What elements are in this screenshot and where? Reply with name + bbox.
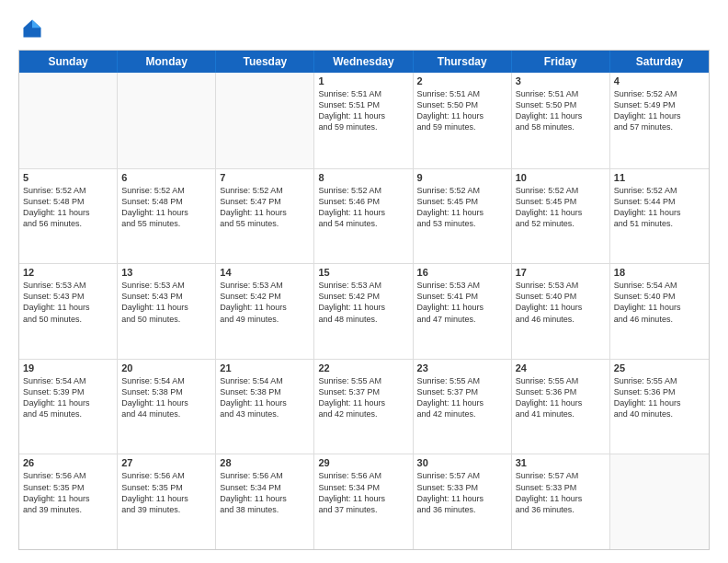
- calendar-cell: [19, 73, 118, 168]
- calendar-cell: 28Sunrise: 5:56 AMSunset: 5:34 PMDayligh…: [216, 454, 314, 549]
- day-number: 21: [220, 362, 310, 373]
- calendar-cell: 5Sunrise: 5:52 AMSunset: 5:48 PMDaylight…: [19, 169, 118, 264]
- cell-info: Sunrise: 5:55 AMSunset: 5:36 PMDaylight:…: [614, 375, 705, 420]
- cell-info: Sunrise: 5:54 AMSunset: 5:39 PMDaylight:…: [23, 375, 113, 420]
- header-day-sunday: Sunday: [19, 51, 118, 73]
- calendar-cell: 19Sunrise: 5:54 AMSunset: 5:39 PMDayligh…: [19, 360, 118, 454]
- calendar-cell: 4Sunrise: 5:52 AMSunset: 5:49 PMDaylight…: [610, 73, 709, 168]
- header-day-thursday: Thursday: [414, 51, 512, 73]
- cell-info: Sunrise: 5:51 AMSunset: 5:51 PMDaylight:…: [318, 88, 408, 133]
- calendar-cell: 13Sunrise: 5:53 AMSunset: 5:43 PMDayligh…: [118, 264, 216, 359]
- cell-info: Sunrise: 5:55 AMSunset: 5:37 PMDaylight:…: [417, 375, 507, 420]
- cell-info: Sunrise: 5:51 AMSunset: 5:50 PMDaylight:…: [516, 88, 606, 133]
- header-day-tuesday: Tuesday: [216, 51, 314, 73]
- day-number: 26: [23, 457, 113, 468]
- day-number: 8: [318, 172, 408, 183]
- calendar-cell: [216, 73, 314, 168]
- day-number: 9: [417, 172, 507, 183]
- day-number: 28: [220, 457, 310, 468]
- calendar-week-1: 1Sunrise: 5:51 AMSunset: 5:51 PMDaylight…: [19, 73, 709, 168]
- calendar-cell: 30Sunrise: 5:57 AMSunset: 5:33 PMDayligh…: [414, 454, 512, 549]
- day-number: 24: [516, 362, 606, 373]
- calendar-cell: 17Sunrise: 5:53 AMSunset: 5:40 PMDayligh…: [512, 264, 610, 359]
- cell-info: Sunrise: 5:52 AMSunset: 5:45 PMDaylight:…: [516, 185, 606, 230]
- cell-info: Sunrise: 5:52 AMSunset: 5:49 PMDaylight:…: [614, 88, 705, 133]
- cell-info: Sunrise: 5:54 AMSunset: 5:38 PMDaylight:…: [121, 375, 211, 420]
- page-header: [18, 17, 710, 40]
- cell-info: Sunrise: 5:55 AMSunset: 5:37 PMDaylight:…: [318, 375, 408, 420]
- cell-info: Sunrise: 5:56 AMSunset: 5:35 PMDaylight:…: [121, 470, 211, 515]
- day-number: 10: [516, 172, 606, 183]
- calendar-cell: 11Sunrise: 5:52 AMSunset: 5:44 PMDayligh…: [610, 169, 709, 264]
- calendar-cell: 12Sunrise: 5:53 AMSunset: 5:43 PMDayligh…: [19, 264, 118, 359]
- calendar-cell: 23Sunrise: 5:55 AMSunset: 5:37 PMDayligh…: [414, 360, 512, 454]
- day-number: 23: [417, 362, 507, 373]
- cell-info: Sunrise: 5:51 AMSunset: 5:50 PMDaylight:…: [417, 88, 507, 133]
- day-number: 16: [417, 267, 507, 278]
- cell-info: Sunrise: 5:52 AMSunset: 5:45 PMDaylight:…: [417, 185, 507, 230]
- calendar-cell: 21Sunrise: 5:54 AMSunset: 5:38 PMDayligh…: [216, 360, 314, 454]
- day-number: 11: [614, 172, 705, 183]
- header-day-wednesday: Wednesday: [314, 51, 413, 73]
- day-number: 17: [516, 267, 606, 278]
- header-day-saturday: Saturday: [610, 51, 709, 73]
- cell-info: Sunrise: 5:53 AMSunset: 5:43 PMDaylight:…: [121, 280, 211, 325]
- calendar-header: SundayMondayTuesdayWednesdayThursdayFrid…: [19, 51, 709, 73]
- day-number: 12: [23, 267, 113, 278]
- day-number: 6: [121, 172, 211, 183]
- cell-info: Sunrise: 5:54 AMSunset: 5:40 PMDaylight:…: [614, 280, 705, 325]
- day-number: 27: [121, 457, 211, 468]
- day-number: 22: [318, 362, 408, 373]
- logo-icon: [20, 17, 44, 40]
- cell-info: Sunrise: 5:57 AMSunset: 5:33 PMDaylight:…: [516, 470, 606, 515]
- cell-info: Sunrise: 5:54 AMSunset: 5:38 PMDaylight:…: [220, 375, 310, 420]
- calendar-cell: 20Sunrise: 5:54 AMSunset: 5:38 PMDayligh…: [118, 360, 216, 454]
- calendar-week-3: 12Sunrise: 5:53 AMSunset: 5:43 PMDayligh…: [19, 263, 709, 359]
- calendar-week-4: 19Sunrise: 5:54 AMSunset: 5:39 PMDayligh…: [19, 359, 709, 454]
- calendar-page: SundayMondayTuesdayWednesdayThursdayFrid…: [0, 0, 728, 563]
- day-number: 1: [318, 75, 408, 86]
- day-number: 30: [417, 457, 507, 468]
- calendar-cell: 26Sunrise: 5:56 AMSunset: 5:35 PMDayligh…: [19, 454, 118, 549]
- cell-info: Sunrise: 5:52 AMSunset: 5:46 PMDaylight:…: [318, 185, 408, 230]
- day-number: 15: [318, 267, 408, 278]
- calendar-cell: 14Sunrise: 5:53 AMSunset: 5:42 PMDayligh…: [216, 264, 314, 359]
- cell-info: Sunrise: 5:52 AMSunset: 5:48 PMDaylight:…: [23, 185, 113, 230]
- cell-info: Sunrise: 5:56 AMSunset: 5:35 PMDaylight:…: [23, 470, 113, 515]
- day-number: 19: [23, 362, 113, 373]
- calendar-cell: 24Sunrise: 5:55 AMSunset: 5:36 PMDayligh…: [512, 360, 610, 454]
- cell-info: Sunrise: 5:56 AMSunset: 5:34 PMDaylight:…: [220, 470, 310, 515]
- calendar: SundayMondayTuesdayWednesdayThursdayFrid…: [18, 50, 710, 550]
- calendar-cell: 16Sunrise: 5:53 AMSunset: 5:41 PMDayligh…: [414, 264, 512, 359]
- day-number: 14: [220, 267, 310, 278]
- calendar-cell: 18Sunrise: 5:54 AMSunset: 5:40 PMDayligh…: [610, 264, 709, 359]
- calendar-cell: [118, 73, 216, 168]
- calendar-cell: 15Sunrise: 5:53 AMSunset: 5:42 PMDayligh…: [314, 264, 413, 359]
- calendar-cell: 9Sunrise: 5:52 AMSunset: 5:45 PMDaylight…: [414, 169, 512, 264]
- day-number: 4: [614, 75, 705, 86]
- cell-info: Sunrise: 5:53 AMSunset: 5:40 PMDaylight:…: [516, 280, 606, 325]
- calendar-cell: 6Sunrise: 5:52 AMSunset: 5:48 PMDaylight…: [118, 169, 216, 264]
- day-number: 20: [121, 362, 211, 373]
- cell-info: Sunrise: 5:57 AMSunset: 5:33 PMDaylight:…: [417, 470, 507, 515]
- day-number: 25: [614, 362, 705, 373]
- calendar-cell: 29Sunrise: 5:56 AMSunset: 5:34 PMDayligh…: [314, 454, 413, 549]
- calendar-week-2: 5Sunrise: 5:52 AMSunset: 5:48 PMDaylight…: [19, 168, 709, 264]
- calendar-body: 1Sunrise: 5:51 AMSunset: 5:51 PMDaylight…: [19, 73, 709, 549]
- calendar-week-5: 26Sunrise: 5:56 AMSunset: 5:35 PMDayligh…: [19, 454, 709, 549]
- day-number: 3: [516, 75, 606, 86]
- cell-info: Sunrise: 5:52 AMSunset: 5:44 PMDaylight:…: [614, 185, 705, 230]
- cell-info: Sunrise: 5:52 AMSunset: 5:47 PMDaylight:…: [220, 185, 310, 230]
- calendar-cell: 25Sunrise: 5:55 AMSunset: 5:36 PMDayligh…: [610, 360, 709, 454]
- calendar-cell: 1Sunrise: 5:51 AMSunset: 5:51 PMDaylight…: [314, 73, 413, 168]
- cell-info: Sunrise: 5:53 AMSunset: 5:43 PMDaylight:…: [23, 280, 113, 325]
- day-number: 31: [516, 457, 606, 468]
- calendar-cell: 27Sunrise: 5:56 AMSunset: 5:35 PMDayligh…: [118, 454, 216, 549]
- day-number: 18: [614, 267, 705, 278]
- cell-info: Sunrise: 5:55 AMSunset: 5:36 PMDaylight:…: [516, 375, 606, 420]
- day-number: 29: [318, 457, 408, 468]
- calendar-cell: [610, 454, 709, 549]
- cell-info: Sunrise: 5:52 AMSunset: 5:48 PMDaylight:…: [121, 185, 211, 230]
- logo: [18, 17, 46, 40]
- cell-info: Sunrise: 5:53 AMSunset: 5:42 PMDaylight:…: [220, 280, 310, 325]
